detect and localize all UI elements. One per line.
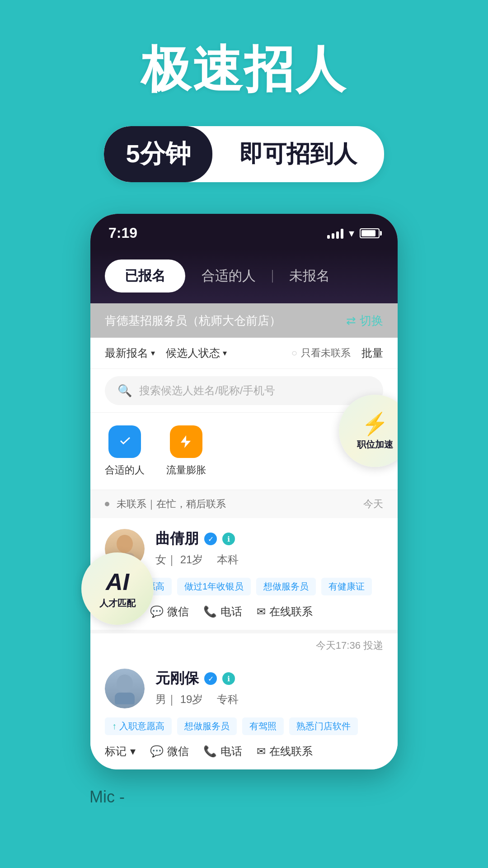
candidate2-info: 元刚保 ✓ ℹ 男｜ 19岁 专科 (155, 669, 383, 708)
candidate1-info: 曲倩朋 ✓ ℹ 女｜ 21岁 本科 (155, 529, 383, 569)
tag2-service: 想做服务员 (177, 717, 237, 735)
online-label: 在线联系 (269, 604, 313, 619)
candidate1-status-text: 未联系｜在忙，稍后联系 (117, 497, 226, 511)
switch-icon: ⇄ (346, 314, 356, 328)
verify-badge1: ✓ (204, 533, 217, 545)
suitable-people-action[interactable]: 合适的人 (105, 425, 145, 477)
candidate2-tags: ↑入职意愿高 想做服务员 有驾照 熟悉门店软件 (105, 717, 383, 735)
ai-float-button[interactable]: AI 人才匹配 (81, 552, 154, 625)
signal-icon (327, 228, 343, 239)
tab-row: 已报名 合适的人 未报名 (105, 259, 383, 303)
candidate2-name: 元刚保 (155, 669, 199, 689)
verify-badge4: ℹ (222, 672, 235, 685)
svg-point-2 (117, 675, 133, 693)
svg-rect-3 (115, 693, 135, 704)
suitable-label: 合适的人 (105, 463, 145, 477)
mark-label2: 标记 (105, 744, 127, 759)
phone-button2[interactable]: 📞 电话 (203, 744, 242, 759)
status-time-right: 今天 (363, 497, 383, 511)
verify-badge2: ℹ (222, 533, 235, 545)
search-placeholder: 搜索候选人姓名/昵称/手机号 (139, 383, 275, 398)
only-uncontacted-filter[interactable]: ○ 只看未联系 (291, 346, 351, 360)
hero-section: 极速招人 5分钟 即可招到人 AI 人才匹配 7:19 (0, 0, 488, 816)
phone-label: 电话 (221, 604, 242, 619)
status-time: 7:19 (108, 225, 137, 241)
candidate2-top: 元刚保 ✓ ℹ 男｜ 19岁 专科 (105, 669, 383, 708)
mic-text: Mic - (89, 788, 125, 806)
status-dot (105, 502, 109, 506)
status-bar: 7:19 ▾ (90, 214, 398, 249)
status-chevron-icon: ▾ (223, 348, 227, 358)
tab-suitable[interactable]: 合适的人 (185, 259, 272, 292)
wechat-icon: 💬 (150, 605, 164, 618)
mark-chevron-icon2: ▾ (130, 745, 136, 758)
email-icon: ✉ (257, 605, 266, 618)
filter-right: ○ 只看未联系 批量 (291, 346, 383, 360)
phone-label2: 电话 (221, 744, 242, 759)
candidate1-name: 曲倩朋 (155, 529, 199, 549)
wechat-button[interactable]: 💬 微信 (150, 604, 189, 619)
tag2-software: 熟悉门店软件 (289, 717, 358, 735)
sort-label: 最新报名 (105, 346, 148, 360)
candidate2-actions: 标记 ▾ 💬 微信 📞 电话 ✉ 在线联系 (105, 744, 383, 759)
tab-registered[interactable]: 已报名 (105, 259, 185, 292)
status-icons: ▾ (327, 227, 380, 240)
search-icon: 🔍 (117, 384, 132, 398)
phone-mockup: 7:19 ▾ 已报名 合 (90, 214, 398, 769)
wifi-icon: ▾ (349, 227, 354, 240)
status-label: 候选人状态 (166, 346, 220, 360)
battery-icon (360, 228, 380, 238)
phone-wrap: AI 人才匹配 7:19 ▾ (72, 214, 416, 769)
phone-icon: 📞 (203, 605, 217, 618)
tag2-license: 有驾照 (242, 717, 284, 735)
check-circle-icon: ○ (291, 347, 297, 359)
phone-button[interactable]: 📞 电话 (203, 604, 242, 619)
email-icon2: ✉ (257, 745, 266, 758)
tag2-intention: ↑入职意愿高 (105, 717, 172, 735)
candidate2-name-row: 元刚保 ✓ ℹ (155, 669, 383, 689)
status-filter[interactable]: 候选人状态 ▾ (166, 346, 227, 360)
verify-badge3: ✓ (204, 672, 217, 685)
batch-button[interactable]: 批量 (361, 346, 383, 360)
traffic-boost-action[interactable]: 流量膨胀 (166, 425, 206, 477)
online-contact-button2[interactable]: ✉ 在线联系 (257, 744, 313, 759)
traffic-icon (170, 425, 202, 458)
lightning-icon: ⚡ (361, 411, 389, 437)
wechat-button2[interactable]: 💬 微信 (150, 744, 189, 759)
phone-icon2: 📞 (203, 745, 217, 758)
wechat-icon2: 💬 (150, 745, 164, 758)
candidate1-name-row: 曲倩朋 ✓ ℹ (155, 529, 383, 549)
online-contact-button[interactable]: ✉ 在线联系 (257, 604, 313, 619)
search-box[interactable]: 🔍 搜索候选人姓名/昵称/手机号 (105, 376, 383, 405)
wechat-label2: 微信 (167, 744, 189, 759)
mark-button2[interactable]: 标记 ▾ (105, 744, 136, 759)
badge-dark: 5分钟 (104, 126, 212, 182)
hero-title: 极速招人 (141, 36, 347, 104)
switch-button[interactable]: ⇄ 切换 (346, 313, 383, 329)
tag-service: 想做服务员 (256, 578, 316, 595)
switch-label: 切换 (360, 313, 383, 329)
candidate1-top: 曲倩朋 ✓ ℹ 女｜ 21岁 本科 (105, 529, 383, 569)
svg-point-0 (117, 535, 133, 553)
wechat-label: 微信 (167, 604, 189, 619)
submit-time: 今天17:36 投递 (90, 633, 398, 658)
sort-chevron-icon: ▾ (151, 348, 155, 358)
quick-actions: 合适的人 流量膨胀 ⚡ 职位加速 (90, 413, 398, 490)
badge-light: 即可招到人 (212, 127, 384, 181)
traffic-label: 流量膨胀 (166, 463, 206, 477)
online-label2: 在线联系 (269, 744, 313, 759)
badge-row: 5分钟 即可招到人 (104, 126, 384, 182)
candidate1-meta: 女｜ 21岁 本科 (155, 552, 383, 567)
ai-label: 人才匹配 (99, 597, 136, 609)
sort-filter[interactable]: 最新报名 ▾ (105, 346, 155, 360)
uncontacted-label: 只看未联系 (301, 346, 351, 360)
accelerate-label: 职位加速 (357, 439, 393, 451)
candidate2-avatar (105, 669, 145, 708)
candidate2-card: 元刚保 ✓ ℹ 男｜ 19岁 专科 ↑入职意愿高 想做服务员 (90, 658, 398, 769)
suitable-icon (108, 425, 141, 458)
tag-cashier: 做过1年收银员 (177, 578, 251, 595)
tab-unregistered[interactable]: 未报名 (273, 259, 346, 292)
candidate2-meta: 男｜ 19岁 专科 (155, 692, 383, 707)
app-header: 已报名 合适的人 未报名 (90, 249, 398, 303)
mic-text-area: Mic - (0, 769, 488, 816)
